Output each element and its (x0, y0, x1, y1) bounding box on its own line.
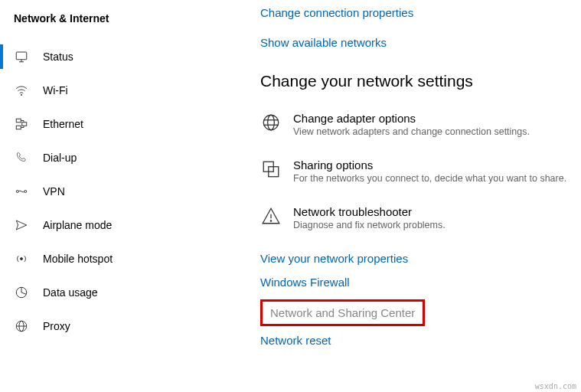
globe-icon (260, 112, 282, 133)
svg-point-14 (263, 115, 279, 130)
proxy-icon (14, 318, 29, 334)
setting-text: Sharing options For the networks you con… (293, 158, 566, 184)
link-windows-firewall[interactable]: Windows Firewall (260, 276, 350, 289)
setting-text: Change adapter options View network adap… (293, 112, 530, 137)
vpn-icon (14, 184, 29, 199)
sidebar-item-airplane[interactable]: Airplane mode (0, 208, 230, 242)
sidebar-item-wifi[interactable]: Wi-Fi (0, 74, 230, 107)
wifi-icon (14, 83, 29, 98)
sidebar: Network & Internet Status Wi-Fi Ethernet… (0, 0, 230, 392)
setting-desc: View network adapters and change connect… (293, 126, 530, 137)
svg-rect-6 (22, 122, 27, 126)
setting-desc: Diagnose and fix network problems. (293, 220, 446, 230)
airplane-icon (14, 217, 29, 233)
sidebar-item-datausage[interactable]: Data usage (0, 276, 230, 309)
watermark: wsxdn.com (535, 382, 576, 390)
sidebar-title: Network & Internet (0, 9, 230, 40)
setting-desc: For the networks you connect to, decide … (293, 173, 566, 184)
svg-point-9 (21, 258, 23, 260)
sidebar-item-hotspot[interactable]: Mobile hotspot (0, 242, 230, 276)
section-heading: Change your network settings (260, 72, 573, 90)
datausage-icon (14, 285, 29, 300)
svg-point-15 (268, 115, 275, 130)
svg-rect-0 (16, 52, 27, 60)
content-pane: Change connection properties Show availa… (230, 0, 581, 392)
setting-title: Change adapter options (293, 112, 530, 125)
setting-title: Sharing options (293, 158, 566, 172)
svg-point-7 (16, 191, 18, 193)
nav-label: Proxy (43, 320, 70, 332)
bottom-links: View your network properties Windows Fir… (260, 252, 573, 358)
link-show-available-networks[interactable]: Show available networks (260, 36, 387, 49)
nav-label: Mobile hotspot (43, 253, 113, 265)
warning-icon (260, 205, 282, 227)
svg-point-3 (21, 94, 21, 95)
sidebar-item-vpn[interactable]: VPN (0, 175, 230, 208)
sidebar-item-ethernet[interactable]: Ethernet (0, 107, 230, 141)
setting-title: Network troubleshooter (293, 205, 446, 218)
dialup-icon (14, 150, 29, 165)
svg-rect-4 (16, 119, 21, 122)
nav-label: Dial-up (43, 152, 77, 164)
sharing-icon (260, 158, 282, 180)
hotspot-icon (14, 251, 29, 266)
link-view-network-properties[interactable]: View your network properties (260, 252, 408, 265)
setting-sharing-options[interactable]: Sharing options For the networks you con… (260, 158, 573, 184)
nav-label: Airplane mode (43, 219, 112, 231)
nav-label: VPN (43, 185, 65, 198)
setting-adapter-options[interactable]: Change adapter options View network adap… (260, 112, 573, 137)
highlight-network-sharing-center: Network and Sharing Center (260, 299, 425, 326)
svg-point-21 (270, 220, 271, 221)
svg-rect-5 (16, 126, 21, 129)
sidebar-item-proxy[interactable]: Proxy (0, 309, 230, 343)
link-network-reset[interactable]: Network reset (260, 334, 331, 347)
nav-label: Status (43, 51, 73, 63)
svg-point-8 (24, 191, 27, 193)
nav-label: Ethernet (43, 118, 83, 130)
sidebar-item-status[interactable]: Status (0, 40, 230, 74)
nav-label: Wi-Fi (43, 84, 68, 96)
setting-network-troubleshooter[interactable]: Network troubleshooter Diagnose and fix … (260, 205, 573, 230)
ethernet-icon (14, 116, 29, 132)
setting-text: Network troubleshooter Diagnose and fix … (293, 205, 446, 230)
link-network-sharing-center[interactable]: Network and Sharing Center (270, 306, 415, 319)
sidebar-item-dialup[interactable]: Dial-up (0, 141, 230, 175)
status-icon (14, 49, 29, 64)
nav-label: Data usage (43, 286, 98, 299)
link-change-connection-properties[interactable]: Change connection properties (260, 6, 413, 19)
